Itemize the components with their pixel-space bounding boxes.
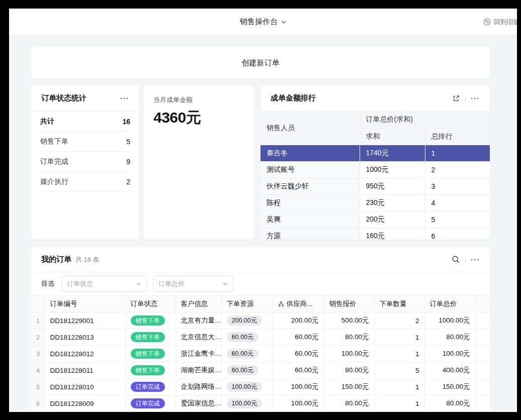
chevron-down-icon xyxy=(136,282,141,285)
resource-cell: 60.00元 xyxy=(221,362,273,379)
order-table-row[interactable]: 1 DD181229001 销售下单 北京有力量… 200.00元 200.00… xyxy=(31,312,490,329)
orders-count: 共 16 条 xyxy=(75,255,452,264)
order-id: DD181228011 xyxy=(45,362,125,379)
resource-pill: 200.00元 xyxy=(227,316,263,326)
col-header-supplier-label: 供应商... xyxy=(287,299,313,308)
col-header-order-id: 订单编号 xyxy=(45,296,125,312)
status-row-label: 共计 xyxy=(40,117,54,126)
sum-value: 950元 xyxy=(360,178,425,194)
order-quantity: 2 xyxy=(374,312,424,329)
col-header-spacer xyxy=(475,296,490,312)
col-header-quote: 销售报价 xyxy=(324,296,374,312)
chevron-down-icon xyxy=(281,21,286,24)
status-row[interactable]: 销售下单 5 xyxy=(40,132,130,152)
amount-value: 4360元 xyxy=(153,108,244,128)
col-header-sum: 求和 xyxy=(360,128,425,145)
orders-card-title: 我的订单 xyxy=(41,255,71,264)
back-to-old-link[interactable]: 回到旧版 xyxy=(483,9,517,35)
ranking-table-row[interactable]: 伙伴云魏少轩 950元 3 xyxy=(260,178,490,194)
amount-label: 当月成单金额 xyxy=(153,95,244,104)
rank-value: 4 xyxy=(425,194,490,211)
order-table-row[interactable]: 5 DD181228010 订单完成 企划路网络… 100.00元 100.00… xyxy=(31,379,490,395)
col-header-rownum xyxy=(31,296,45,312)
status-badge: 销售下单 xyxy=(131,349,165,359)
create-order-button[interactable]: 创建新订单 xyxy=(31,47,490,79)
divider xyxy=(465,95,466,102)
order-table-row[interactable]: 3 DD181228012 销售下单 浙江金鹰卡… 60.00元 60.00元 … xyxy=(31,346,490,362)
col-header-qty: 下单数量 xyxy=(374,296,424,312)
more-icon[interactable]: ··· xyxy=(471,256,480,263)
ranking-table-row[interactable]: 方源 160元 6 xyxy=(260,228,490,240)
order-total-filter-placeholder: 订单总价 xyxy=(158,279,185,288)
orders-card-header: 我的订单 共 16 条 ··· xyxy=(31,247,490,272)
ranking-card-title: 成单金额排行 xyxy=(271,93,452,103)
external-link-icon[interactable] xyxy=(452,94,460,102)
back-to-old-label: 回到旧版 xyxy=(494,18,517,27)
order-table-row[interactable]: 6 DD181228009 订单完成 爱国家信息… 100.00元 100.00… xyxy=(31,395,490,412)
status-row[interactable]: 共计 16 xyxy=(40,112,130,132)
salesperson-name: 吴爽 xyxy=(260,211,360,228)
ranking-table-row[interactable]: 吴爽 200元 5 xyxy=(260,211,490,228)
order-id: DD181228010 xyxy=(45,379,125,395)
status-row-value: 2 xyxy=(126,178,130,186)
order-total: 80.00元 xyxy=(424,395,475,412)
status-row[interactable]: 订单完成 9 xyxy=(40,152,130,172)
order-quantity: 1 xyxy=(374,346,424,362)
topbar: 销售操作台 回到旧版 xyxy=(9,9,517,35)
page-title: 销售操作台 xyxy=(240,17,278,27)
salesperson-name: 测试账号 xyxy=(260,161,360,178)
order-total: 100.00元 xyxy=(424,346,475,362)
row-number: 5 xyxy=(31,379,45,395)
ranking-card-actions: ··· xyxy=(452,94,480,102)
order-total: 80.00元 xyxy=(424,329,475,346)
customer-info: 北京有力量… xyxy=(176,312,221,329)
status-row-label: 媒介执行 xyxy=(40,177,68,186)
resource-cell: 200.00元 xyxy=(221,312,273,329)
more-icon[interactable]: ··· xyxy=(471,94,480,102)
order-total: 150.00元 xyxy=(424,379,475,395)
more-icon[interactable]: ··· xyxy=(120,94,129,102)
filter-row: 筛选 订单状态 订单总价 xyxy=(31,272,490,295)
supplier-quote: 200.00元 xyxy=(273,312,324,329)
col-header-order-status: 订单状态 xyxy=(125,296,176,312)
salesperson-name: 陈程 xyxy=(260,194,360,211)
ranking-table-row[interactable]: 秦吉冬 1740元 1 xyxy=(260,145,490,161)
order-id: DD181228009 xyxy=(45,395,125,412)
customer-info: 企划路网络… xyxy=(176,379,221,395)
order-status-cell: 订单完成 xyxy=(125,379,176,395)
supplier-quote: 60.00元 xyxy=(273,329,324,346)
resource-cell: 100.00元 xyxy=(221,379,273,395)
order-table-row[interactable]: 4 DD181228011 销售下单 湖南芒果娱… 60.00元 60.00元 … xyxy=(31,362,490,379)
ranking-table-row[interactable]: 陈程 230元 4 xyxy=(260,194,490,211)
spacer-cell xyxy=(475,346,490,362)
col-header-supplier: 供应商... xyxy=(273,296,324,312)
monthly-amount-card: 当月成单金额 4360元 xyxy=(143,85,254,240)
resource-pill: 60.00元 xyxy=(227,349,259,359)
row-number: 2 xyxy=(31,329,45,346)
status-stats-card: 订单状态统计 ··· 共计 16 销售下单 5 订单完成 9 媒介执行 2 xyxy=(31,85,139,240)
rank-value: 5 xyxy=(425,211,490,228)
order-status-filter[interactable]: 订单状态 xyxy=(61,276,147,292)
status-row[interactable]: 媒介执行 2 xyxy=(40,172,130,192)
ranking-card-header: 成单金额排行 ··· xyxy=(260,85,490,112)
ranking-table-row[interactable]: 测试账号 1000元 2 xyxy=(260,161,490,178)
my-orders-card: 我的订单 共 16 条 ··· 筛选 订单状态 xyxy=(31,247,490,412)
supplier-quote: 60.00元 xyxy=(273,346,324,362)
order-id: DD181229001 xyxy=(45,312,125,329)
status-badge: 销售下单 xyxy=(131,316,165,326)
page-title-dropdown[interactable]: 销售操作台 xyxy=(9,9,517,35)
app-window: 销售操作台 回到旧版 创建新订单 xyxy=(9,9,517,412)
status-card-title: 订单状态统计 xyxy=(41,93,120,103)
orders-card-actions: ··· xyxy=(452,255,480,264)
order-total-filter[interactable]: 订单总价 xyxy=(153,276,233,292)
rank-value: 6 xyxy=(425,228,490,240)
spacer-cell xyxy=(475,379,490,395)
order-status-cell: 销售下单 xyxy=(125,362,176,379)
order-quantity: 5 xyxy=(374,362,424,379)
resource-cell: 100.00元 xyxy=(221,395,273,412)
search-icon[interactable] xyxy=(452,255,460,264)
row-number: 1 xyxy=(31,312,45,329)
resource-pill: 100.00元 xyxy=(227,382,263,392)
row-number: 3 xyxy=(31,346,45,362)
order-table-row[interactable]: 2 DD181228013 销售下单 北京信息大… 60.00元 60.00元 … xyxy=(31,329,490,346)
